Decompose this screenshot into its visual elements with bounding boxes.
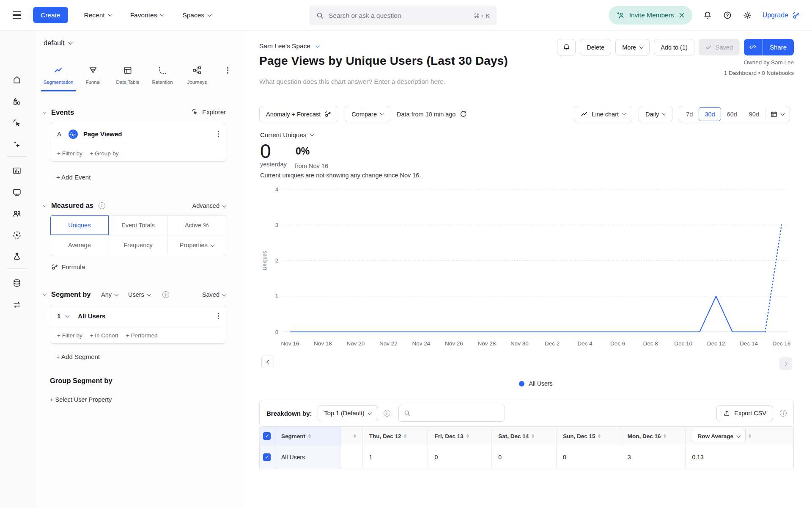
tab-journeys[interactable]: Journeys [180,65,214,91]
segment-kebab-menu[interactable] [218,315,219,317]
custom-date-button[interactable] [765,109,789,120]
anomaly-forecast-button[interactable]: Anomaly + Forecast [259,106,338,122]
upgrade-link[interactable]: Upgrade [763,11,800,19]
add-event-button[interactable]: + Add Event [56,174,91,181]
description-placeholder[interactable]: What question does this chart answer? En… [259,78,445,86]
col-date-1[interactable]: Thu, Dec 12 [363,427,428,445]
alert-bell-button[interactable] [557,39,576,55]
line-chart-svg[interactable]: 01234Nov 16Nov 18Nov 20Nov 22Nov 24Nov 2… [254,182,804,351]
tab-funnel[interactable]: Funnel [76,65,110,91]
option-uniques[interactable]: Uniques [50,215,109,235]
sort-icon[interactable] [749,434,751,439]
nav-spaces[interactable]: Spaces [182,11,211,19]
select-all-checkbox[interactable] [263,432,271,440]
event-name[interactable]: Page Viewed [83,130,212,138]
notifications-bell-icon[interactable] [703,11,712,20]
formula-button[interactable]: Formula [51,263,85,271]
event-group-by[interactable]: + Group-by [90,150,119,157]
saved-segments-dropdown[interactable]: Saved [202,291,226,298]
breakdown-selector-dropdown[interactable]: Top 1 (Default) [318,405,378,421]
segment-match-dropdown[interactable]: Any [101,291,118,298]
settings-gear-icon[interactable] [743,11,752,20]
sort-icon[interactable] [598,434,601,439]
event-filter-by[interactable]: + Filter by [57,150,82,157]
nav-favorites[interactable]: Favorites [130,11,164,19]
sidebar-item-experiments[interactable] [12,251,22,261]
tab-data-table[interactable]: Data Table [110,65,145,91]
breakdown-search-input[interactable] [398,405,505,422]
sort-icon[interactable] [354,434,356,439]
chart-next-button[interactable] [779,357,792,370]
tab-segmentation[interactable]: Segmentation [41,65,76,91]
col-date-3[interactable]: Sat, Dec 14 [492,427,557,445]
sidebar-item-home[interactable] [12,75,22,85]
explorer-button[interactable]: Explorer [191,108,226,116]
measured-as-title[interactable]: Measured as [44,202,105,210]
global-search[interactable]: ⌘ + K [310,6,497,25]
sidebar-item-charts[interactable] [12,166,22,176]
sort-icon[interactable] [664,434,666,439]
sidebar-item-objects[interactable] [12,97,22,106]
refresh-icon[interactable] [460,110,467,118]
panel-more-menu[interactable] [227,69,229,71]
create-button[interactable]: Create [33,7,68,23]
workspace-selector[interactable]: default [44,39,72,47]
add-to-button[interactable]: Add to (1) [654,39,694,55]
info-icon[interactable] [99,202,105,209]
info-icon[interactable] [384,410,390,417]
info-icon[interactable] [162,291,169,298]
segment-by-title[interactable]: Segment by [44,290,91,298]
row-checkbox[interactable] [263,453,271,461]
option-properties[interactable]: Properties [167,235,226,255]
share-split-button[interactable]: Share [744,39,794,55]
compare-dropdown[interactable]: Compare [345,106,390,122]
sort-icon[interactable] [532,434,534,439]
cell-segment[interactable]: All Users [275,445,341,469]
segment-entity-dropdown[interactable]: Users [128,291,151,298]
event-kebab-menu[interactable] [218,133,219,135]
sidebar-item-users[interactable] [12,209,22,218]
chart-prev-button[interactable] [261,356,274,368]
advanced-dropdown[interactable]: Advanced [192,202,226,209]
export-csv-button[interactable]: Export CSV [716,405,773,421]
row-average-dropdown[interactable]: Row Average [692,429,746,443]
sidebar-item-events[interactable] [12,118,22,128]
segment-filter-by[interactable]: + Filter by [57,332,82,339]
segment-performed[interactable]: + Performed [126,332,158,339]
chart-legend[interactable]: All Users [282,380,790,387]
close-icon[interactable] [679,12,685,18]
sort-icon[interactable] [466,434,469,439]
invite-members-button[interactable]: Invite Members [609,6,692,25]
range-60d[interactable]: 60d [721,107,743,121]
sidebar-item-integrations[interactable] [12,300,22,309]
col-date-4[interactable]: Sun, Dec 15 [557,427,621,445]
nav-recent[interactable]: Recent [84,11,112,19]
granularity-dropdown[interactable]: Daily [639,106,672,122]
col-hidden[interactable] [341,427,363,445]
sort-icon[interactable] [308,434,311,439]
range-30d[interactable]: 30d [699,107,721,121]
range-7d[interactable]: 7d [680,107,699,121]
sidebar-item-dashboards[interactable] [12,188,22,197]
info-icon[interactable] [780,410,787,417]
add-segment-button[interactable]: + Add Segment [56,353,100,360]
range-90d[interactable]: 90d [743,107,765,121]
chart-type-dropdown[interactable]: Line chart [574,106,632,122]
col-date-5[interactable]: Mon, Dec 16 [621,427,686,445]
sidebar-item-data[interactable] [12,278,22,288]
option-event-totals[interactable]: Event Totals [109,215,167,235]
share-button[interactable]: Share [763,39,794,55]
sidebar-item-replays[interactable] [12,230,22,240]
option-active-pct[interactable]: Active % [167,215,226,235]
option-frequency[interactable]: Frequency [109,235,167,255]
breadcrumb[interactable]: Sam Lee's Space [259,42,319,50]
sort-icon[interactable] [404,434,406,439]
option-average[interactable]: Average [50,235,109,255]
copy-link-button[interactable] [744,39,763,55]
select-user-property-button[interactable]: + Select User Property [50,396,112,403]
chevron-down-icon[interactable] [66,313,70,318]
segment-name[interactable]: All Users [78,312,212,320]
delete-button[interactable]: Delete [580,39,611,55]
tab-retention[interactable]: Retention [145,65,180,91]
hamburger-menu-icon[interactable] [13,11,21,19]
